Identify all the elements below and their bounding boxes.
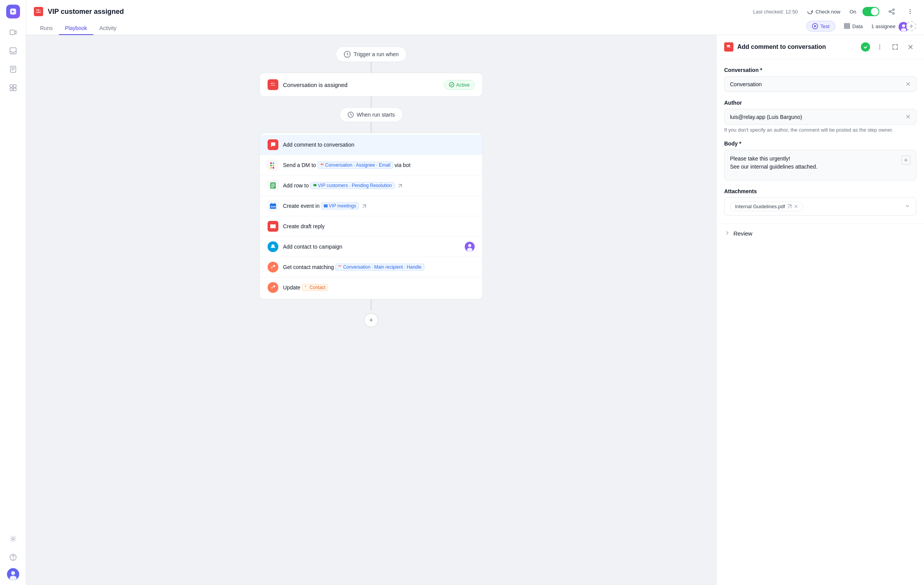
workflow-icon	[34, 7, 43, 16]
svg-rect-65	[338, 266, 340, 266]
add-step-button[interactable]: +	[364, 313, 378, 327]
action-add-comment[interactable]: Add comment to conversation	[260, 135, 482, 155]
author-value-text: luis@relay.app (Luis Barguno)	[730, 114, 902, 120]
review-section[interactable]: Review	[716, 223, 924, 243]
attachments-label: Attachments	[724, 188, 916, 194]
content-area: Trigger a run when Conversation is assig…	[26, 35, 924, 585]
attachment-remove-button[interactable]: ✕	[794, 204, 798, 209]
sidebar-item-grid[interactable]	[5, 80, 21, 95]
data-button[interactable]: Data	[840, 21, 867, 31]
last-checked: Last checked: 12:50	[753, 9, 798, 15]
main-area: VIP customer assigned Last checked: 12:5…	[26, 0, 924, 585]
hubspot-icon-update	[268, 282, 278, 293]
tab-playbook[interactable]: Playbook	[59, 22, 94, 35]
panel-more-button[interactable]	[874, 41, 886, 53]
action-label-get-contact: Get contact matching Conversation · Main…	[283, 264, 475, 271]
svg-line-19	[891, 10, 893, 11]
conversation-clear-button[interactable]: ✕	[906, 80, 911, 88]
share-button[interactable]	[886, 5, 898, 18]
action-get-contact[interactable]: Get contact matching Conversation · Main…	[260, 257, 482, 277]
author-field-value[interactable]: luis@relay.app (Luis Barguno) ✕	[724, 109, 916, 125]
connector-2	[371, 97, 372, 107]
action-label-contact: Add contact to campaign	[283, 244, 460, 250]
conversation-field-label: Conversation *	[724, 67, 916, 73]
sidebar-item-bookmark[interactable]	[5, 62, 21, 77]
connector-4	[371, 299, 372, 310]
add-assignee-button[interactable]	[906, 21, 916, 31]
svg-rect-66	[340, 266, 341, 266]
action-label-dm: Send a DM to Conversation · Assignee · E…	[283, 162, 475, 169]
trigger-run-when-block[interactable]: Trigger a run when	[336, 47, 407, 62]
svg-rect-53	[270, 204, 276, 206]
action-add-contact[interactable]: Add contact to campaign	[260, 236, 482, 257]
body-add-button[interactable]	[901, 155, 911, 165]
svg-rect-7	[13, 85, 16, 87]
action-user-avatar	[465, 242, 475, 252]
svg-rect-26	[844, 23, 850, 25]
svg-rect-40	[273, 165, 274, 166]
tab-activity[interactable]: Activity	[93, 22, 122, 35]
attachments-expand-button[interactable]	[904, 203, 911, 210]
user-avatar[interactable]	[7, 568, 19, 580]
svg-rect-56	[271, 206, 272, 207]
more-options-button[interactable]	[904, 5, 916, 18]
attachments-field: Attachments Internal Guidelines.pdf ✕	[724, 188, 916, 216]
panel-success-check	[861, 42, 870, 52]
svg-rect-8	[10, 88, 13, 91]
action-send-dm[interactable]: Send a DM to Conversation · Assignee · E…	[260, 155, 482, 175]
sidebar-item-video[interactable]	[5, 25, 21, 40]
conversation-value-text: Conversation	[730, 81, 902, 87]
on-off-toggle[interactable]	[862, 7, 879, 16]
panel-expand-button[interactable]	[889, 41, 901, 53]
action-create-event[interactable]: Create event in VIP meetings	[260, 196, 482, 216]
svg-rect-50	[271, 187, 274, 188]
attachment-filename: Internal Guidelines.pdf	[735, 204, 785, 209]
panel-close-button[interactable]	[905, 41, 916, 53]
action-label-comment: Add comment to conversation	[283, 142, 475, 148]
on-label: On	[850, 9, 856, 15]
playbook-canvas: Trigger a run when Conversation is assig…	[26, 35, 716, 585]
check-now-button[interactable]: Check now	[804, 7, 843, 16]
svg-point-15	[10, 576, 17, 580]
sheets-icon	[268, 180, 278, 191]
svg-rect-39	[270, 165, 272, 166]
actions-card: Add comment to conversation	[259, 133, 483, 299]
action-create-draft[interactable]: Create draft reply	[260, 216, 482, 236]
calendar-icon	[268, 201, 278, 211]
active-badge: Active	[444, 80, 475, 90]
help-icon[interactable]	[5, 550, 21, 565]
svg-rect-0	[10, 30, 15, 35]
app-logo[interactable]	[6, 5, 20, 18]
settings-icon[interactable]	[5, 531, 21, 547]
trigger-label: Conversation is assigned	[283, 82, 439, 88]
detail-panel: Add comment to conversation	[716, 35, 924, 585]
sidebar-item-inbox[interactable]	[5, 43, 21, 58]
body-textarea[interactable]: Please take this urgently! See our inter…	[724, 150, 916, 181]
svg-rect-58	[274, 206, 275, 207]
conversation-field: Conversation * Conversation ✕	[724, 67, 916, 92]
panel-title: Add comment to conversation	[737, 43, 857, 50]
attachments-box[interactable]: Internal Guidelines.pdf ✕	[724, 197, 916, 216]
action-update-contact[interactable]: Update Contact	[260, 277, 482, 298]
svg-point-31	[901, 28, 906, 32]
header-actions: Last checked: 12:50 Check now On	[753, 5, 916, 18]
svg-point-18	[893, 13, 894, 14]
when-run-starts-block[interactable]: When run starts	[340, 107, 403, 122]
author-clear-button[interactable]: ✕	[906, 113, 911, 120]
action-add-row[interactable]: Add row to VIP customers · Pending Resol…	[260, 175, 482, 196]
relay-icon-comment	[268, 139, 278, 150]
trigger-step-card[interactable]: Conversation is assigned Active	[259, 73, 483, 97]
svg-point-63	[273, 265, 275, 267]
svg-point-12	[13, 559, 13, 560]
body-field-label: Body *	[724, 140, 916, 147]
svg-rect-59	[324, 204, 328, 207]
action-label-event: Create event in VIP meetings	[283, 202, 475, 209]
svg-point-54	[271, 202, 272, 203]
tab-runs[interactable]: Runs	[34, 22, 59, 35]
test-button[interactable]: Test	[806, 21, 835, 32]
tab-bar: Runs Playbook Activity Test	[34, 18, 916, 35]
hubspot-icon-get	[268, 262, 278, 272]
conversation-field-value[interactable]: Conversation ✕	[724, 76, 916, 92]
svg-point-17	[889, 11, 891, 12]
svg-point-70	[879, 45, 880, 46]
